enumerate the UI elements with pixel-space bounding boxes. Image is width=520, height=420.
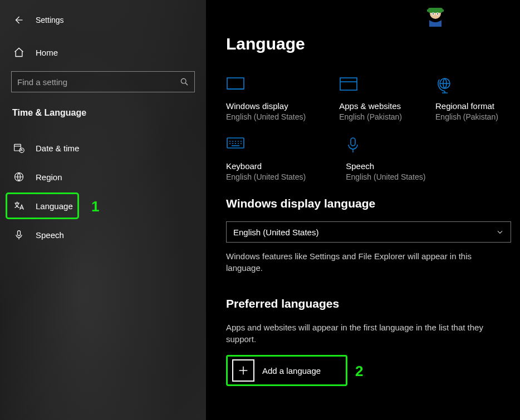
- tile-regional-format[interactable]: Regional format English (Pakistan): [435, 77, 498, 121]
- search-icon: [180, 77, 189, 86]
- home-label: Home: [36, 48, 58, 57]
- nav-list: Date & time Region Language 1: [0, 123, 206, 249]
- nav-item-language[interactable]: Language 1: [0, 191, 206, 220]
- annotation-2: 2: [355, 363, 363, 380]
- tile-subtitle: English (United States): [226, 112, 306, 121]
- nav-label: Speech: [36, 230, 64, 240]
- nav-label: Language: [36, 201, 73, 211]
- tile-title: Keyboard: [226, 161, 306, 171]
- main-content: Language Windows display English (United…: [206, 0, 520, 420]
- tile-row-2: Keyboard English (United States) Speech …: [226, 137, 511, 181]
- search-box[interactable]: [11, 71, 195, 92]
- microphone-icon: [346, 137, 365, 151]
- tile-speech[interactable]: Speech English (United States): [346, 137, 425, 181]
- dropdown-selected: English (United States): [233, 228, 318, 237]
- keyboard-icon: [226, 137, 245, 151]
- svg-rect-12: [227, 78, 244, 89]
- svg-rect-15: [227, 138, 244, 148]
- display-icon: [226, 77, 245, 91]
- nav-item-region[interactable]: Region: [0, 162, 206, 191]
- plus-icon: [232, 359, 254, 382]
- search-input[interactable]: [17, 77, 180, 87]
- display-language-help: Windows features like Settings and File …: [226, 250, 504, 274]
- add-language-wrap: Add a language 2: [226, 355, 357, 386]
- svg-point-10: [433, 13, 434, 14]
- tile-keyboard[interactable]: Keyboard English (United States): [226, 137, 306, 181]
- tile-windows-display[interactable]: Windows display English (United States): [226, 77, 306, 121]
- nav-item-date-time[interactable]: Date & time: [0, 134, 206, 162]
- home-icon: [13, 47, 24, 58]
- display-language-dropdown[interactable]: English (United States): [226, 221, 511, 243]
- tile-title: Apps & websites: [339, 101, 402, 111]
- window-icon: [339, 77, 358, 91]
- tile-subtitle: English (Pakistan): [339, 112, 402, 121]
- language-icon: [13, 200, 24, 211]
- category-header: Time & Language: [0, 92, 206, 123]
- search-container: [0, 60, 206, 92]
- svg-rect-7: [427, 9, 444, 12]
- tile-row-1: Windows display English (United States) …: [226, 77, 511, 121]
- tile-subtitle: English (United States): [346, 172, 425, 181]
- svg-rect-16: [351, 138, 355, 146]
- tile-title: Regional format: [435, 101, 498, 111]
- globe-stand-icon: [435, 77, 454, 91]
- svg-rect-1: [14, 144, 21, 151]
- svg-rect-13: [340, 78, 357, 90]
- add-language-button[interactable]: Add a language: [226, 355, 347, 386]
- tile-apps-websites[interactable]: Apps & websites English (Pakistan): [339, 77, 402, 121]
- svg-point-11: [437, 13, 438, 14]
- globe-icon: [13, 171, 24, 182]
- calendar-clock-icon: [13, 142, 24, 154]
- chevron-down-icon: [496, 228, 504, 236]
- add-language-label: Add a language: [262, 366, 321, 375]
- page-title: Language: [226, 34, 511, 53]
- tile-subtitle: English (United States): [226, 172, 306, 181]
- app-title: Settings: [36, 16, 64, 24]
- nav-label: Date & time: [36, 144, 79, 153]
- back-button[interactable]: [13, 15, 23, 25]
- avatar-icon: [424, 4, 447, 28]
- svg-rect-4: [18, 231, 21, 236]
- section-display-language: Windows display language: [226, 197, 511, 210]
- microphone-icon: [13, 229, 24, 240]
- svg-point-0: [181, 78, 186, 83]
- sidebar: Settings Home Time & Language: [0, 0, 206, 420]
- tile-subtitle: English (Pakistan): [435, 112, 498, 121]
- home-nav[interactable]: Home: [0, 30, 206, 60]
- section-preferred-languages: Preferred languages: [226, 297, 511, 310]
- preferred-help: Apps and websites will appear in the fir…: [226, 322, 504, 345]
- annotation-1: 1: [91, 198, 99, 215]
- tile-title: Windows display: [226, 101, 306, 111]
- nav-label: Region: [36, 172, 62, 182]
- tile-title: Speech: [346, 161, 425, 171]
- top-bar: Settings: [0, 8, 206, 30]
- nav-item-speech[interactable]: Speech: [0, 220, 206, 249]
